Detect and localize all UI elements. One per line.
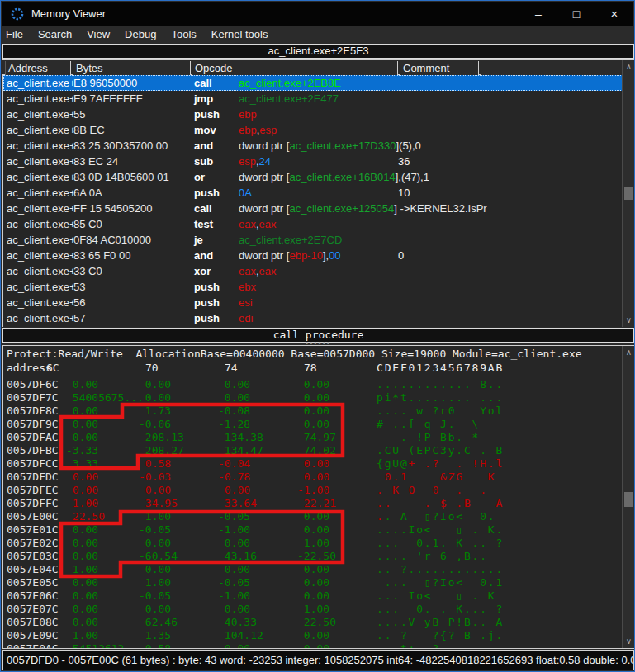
disassembly-row[interactable]: ac_client.exe+E8 96050000callac_client.e… (3, 75, 623, 91)
memory-value: 54512612... (66, 642, 144, 649)
scroll-up-icon[interactable]: ∧ (623, 60, 635, 73)
memory-row[interactable]: 0057DFAC 0.00-208.13-134.38-74.97 . !P B… (3, 431, 623, 444)
memory-row[interactable]: 0057E01C 0.00-0.05-1.00 0.00....Io< ▯ . … (3, 523, 623, 537)
memory-row[interactable]: 0057DF6C 0.00 0.00 0.00 0.00............… (3, 378, 623, 391)
memory-row[interactable]: 0057E08C 0.00 62.46 40.33 22.50....V yB … (3, 616, 623, 629)
disassembly-row[interactable]: ac_client.exe+56pushesi (3, 295, 623, 310)
disassembly-row[interactable]: ac_client.exe+57pushedi (3, 310, 623, 326)
close-button[interactable]: × (595, 2, 633, 26)
memory-ascii: .. . $ .B A (377, 497, 504, 510)
memory-value: 40.33 (218, 616, 257, 629)
scrollbar-thumb[interactable] (624, 187, 633, 200)
scroll-down-icon[interactable]: ∨ (623, 314, 635, 327)
operand-segment: ac_client.exe+16B014 (289, 171, 395, 183)
instruction-mnemonic: or (194, 169, 205, 185)
memory-row[interactable]: 0057E02C 0.00 0.00 0.00 1.00... 0.1. K .… (3, 537, 623, 550)
disassembly-row[interactable]: ac_client.exe+33 C0xoreax,eax (3, 263, 623, 279)
disassembly-row[interactable]: ac_client.exe+6A 0Apush0A10 (3, 185, 623, 201)
memory-row[interactable]: 0057E04C 1.00 0.00 0.00 0.00.. ?........… (3, 563, 623, 576)
column-header-comment[interactable]: Comment (400, 61, 479, 75)
memory-row[interactable]: 0057DFEC 0.00 0.00 0.00-1.00. K O 0 . . (3, 484, 623, 497)
memory-row[interactable]: 0057DF9C 0.00-0.06-1.28 0.00# ..[ q J. \ (3, 418, 623, 431)
disassembler-address-header: ac_client.exe+2E5F3 (2, 44, 634, 59)
maximize-button[interactable]: □ (557, 2, 595, 26)
memory-ascii: .. A ▯?Io< 0. (377, 510, 495, 523)
disassembly-row[interactable]: ac_client.exe+85 C0testeax,eax (3, 216, 623, 232)
disassembly-row[interactable]: ac_client.exe+83 25 30D35700 00anddword … (3, 138, 623, 154)
memory-value: 0.00 (66, 550, 98, 563)
memory-scrollbar[interactable]: ∧ ∨ (622, 346, 634, 648)
menu-item-file[interactable]: File (2, 26, 31, 42)
menu-item-tools[interactable]: Tools (163, 26, 203, 42)
memory-ascii: ... Io< ▯ . K (377, 589, 495, 603)
memory-row[interactable]: 0057E06C 0.00-0.05-1.00 0.00... Io< ▯ . … (3, 589, 623, 603)
memory-column-headers: address6C707478CDEF0123456789AB (3, 362, 631, 375)
memory-row[interactable]: 0057DFDC 0.00-0.03-0.78 0.00 0.1 &ZG K (3, 471, 623, 484)
instruction-mnemonic: sub (194, 154, 213, 169)
memory-ascii: 0.1 &ZG K (377, 471, 495, 484)
minimize-button[interactable]: – (519, 2, 557, 26)
disassembly-row[interactable]: ac_client.exe+FF 15 54505200calldword pt… (3, 201, 623, 216)
memory-hex-view: Protect:Read/Write AllocationBase=004000… (2, 345, 634, 649)
memory-row[interactable]: 0057E05C 0.00 1.00-0.05 0.00 ... ▯?Io< 0… (3, 576, 623, 589)
disassembly-row[interactable]: ac_client.exe+E9 7AFEFFFFjmpac_client.ex… (3, 91, 623, 106)
memory-address: 0057DF9C (7, 418, 59, 431)
memory-header-underline (5, 376, 504, 376)
disassembly-row[interactable]: ac_client.exe+83 0D 14B05600 01ordword p… (3, 169, 623, 185)
memory-row[interactable]: 0057E09C 1.00 1.35 104.12 0.00.. ? ?{? B… (3, 629, 623, 642)
memory-row[interactable]: 0057DFCC 3.33 0.58-0.04 0.00{gU@+ .? . !… (3, 457, 623, 471)
memory-value: -1.00 (218, 589, 250, 603)
menu-item-debug[interactable]: Debug (117, 26, 163, 42)
disassembly-row[interactable]: ac_client.exe+8B ECmovebp,esp (3, 122, 623, 138)
memory-row[interactable]: 0057DF8C 0.00 1.73-0.08 0.00.... w ?r0 Y… (3, 405, 623, 418)
memory-row[interactable]: 0057DFFC-1.00-34.95 33.64 22.21.. . $ .B… (3, 497, 623, 510)
menu-item-view[interactable]: View (79, 26, 117, 42)
instruction-bytes: 57 (73, 310, 191, 326)
memory-value: 3.33 (66, 457, 98, 471)
instruction-operands: 0A (239, 185, 252, 201)
disassembler-scrollbar[interactable]: ∧ ∨ (622, 60, 634, 327)
memory-row[interactable]: 0057DF7C 54005675... 0.00 0.00 0.00pi*t.… (3, 391, 623, 405)
memory-row[interactable]: 0057E0AC 54512612... 0.58 0.00 0.00 ..t:… (3, 642, 623, 649)
menu-item-kernel-tools[interactable]: Kernel tools (204, 26, 276, 42)
disassembly-row[interactable]: ac_client.exe+53pushebx (3, 279, 623, 295)
memory-column-header: 78 (304, 362, 317, 374)
memory-row[interactable]: 0057E00C 22.50 1.00-0.05 0.00.. A ▯?Io< … (3, 510, 623, 523)
column-header-address[interactable]: Address (5, 61, 71, 75)
column-header-blank[interactable] (481, 61, 623, 75)
instruction-operands: ac_client.exe+2EB8E (239, 75, 341, 91)
instruction-operands: dword ptr [ac_client.exe+17D330](5),0 (239, 138, 421, 154)
memory-value: -1.28 (218, 418, 250, 431)
instruction-mnemonic: push (194, 106, 220, 122)
scroll-up-icon[interactable]: ∧ (623, 346, 635, 359)
operand-segment: ac_client.exe+2E7CD (239, 234, 342, 246)
scroll-down-icon[interactable]: ∨ (623, 635, 635, 648)
menu-item-search[interactable]: Search (31, 26, 79, 42)
memory-value: 0.00 (218, 537, 250, 550)
memory-address: 0057DF7C (7, 391, 59, 405)
memory-value: 0.00 (297, 510, 329, 523)
memory-row[interactable]: 0057E07C 0.00 0.00 0.00 1.00... 0. . K..… (3, 603, 623, 616)
instruction-bytes: E9 7AFEFFFF (73, 91, 191, 106)
memory-address: 0057E04C (7, 563, 59, 576)
instruction-address: ac_client.exe+ (7, 154, 73, 169)
memory-row[interactable]: 0057E03C 0.00-60.54 43.16-22.50.... 'r 6… (3, 550, 623, 563)
operand-segment: ebp (239, 124, 257, 136)
memory-value: 0.00 (66, 589, 98, 603)
window-title: Memory Viewer (31, 7, 106, 20)
disassembly-row[interactable]: ac_client.exe+83 EC 24subesp,2436 (3, 154, 623, 169)
operand-segment: 24 (259, 155, 271, 168)
scrollbar-thumb[interactable] (624, 492, 633, 507)
column-header-bytes[interactable]: Bytes (73, 61, 191, 75)
memory-row[interactable]: 0057DFBC-3.33 208.27 134.47 74.02.CU (EP… (3, 444, 623, 457)
memory-value: 0.00 (218, 484, 250, 497)
memory-value: -208.13 (139, 431, 184, 444)
memory-address: 0057DFDC (7, 471, 59, 484)
memory-value: -0.04 (218, 457, 250, 471)
disassembly-row[interactable]: ac_client.exe+83 65 F0 00anddword ptr [e… (3, 248, 623, 263)
column-header-opcode[interactable]: Opcode (192, 61, 398, 75)
memory-value: 62.46 (139, 616, 178, 629)
operand-segment: ](5),0 (396, 140, 420, 152)
disassembly-row[interactable]: ac_client.exe+55pushebp (3, 106, 623, 122)
disassembly-row[interactable]: ac_client.exe+0F84 AC010000jeac_client.e… (3, 232, 623, 248)
